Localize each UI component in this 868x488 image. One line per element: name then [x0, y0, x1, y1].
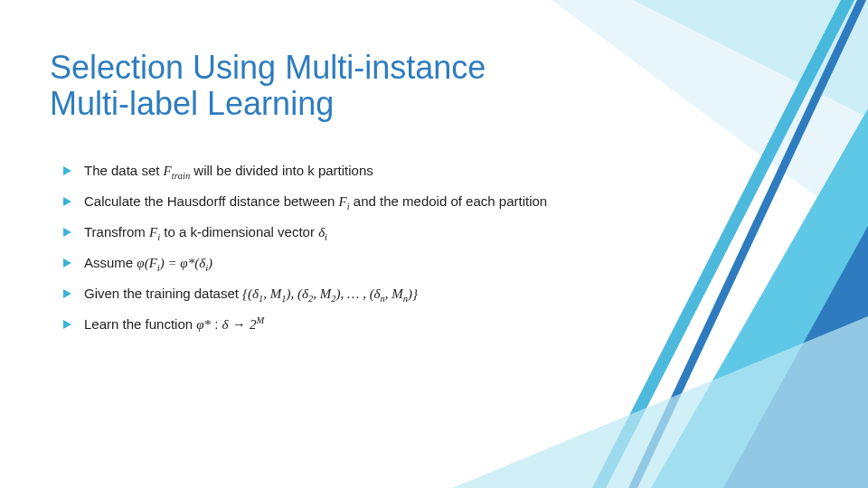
svg-marker-0: [552, 0, 868, 235]
triangle-bullet-icon: [63, 166, 71, 175]
list-item: Assume φ(Fi) = φ*(δi): [63, 255, 547, 271]
svg-marker-2: [592, 0, 854, 488]
triangle-bullet-icon: [63, 228, 71, 237]
slide-title: Selection Using Multi-instance Multi-lab…: [50, 50, 520, 121]
list-item: Given the training dataset {(δ1, M1), (δ…: [63, 286, 547, 302]
list-item-text: Learn the function φ* : δ → 2M: [84, 316, 264, 333]
list-item: Transfrom Fi to a k-dimensional vector δ…: [63, 224, 547, 240]
list-item-text: Given the training dataset {(δ1, M1), (δ…: [84, 286, 418, 302]
list-item-text: Calculate the Hausdorff distance between…: [84, 193, 547, 210]
slide: Selection Using Multi-instance Multi-lab…: [0, 0, 868, 488]
triangle-bullet-icon: [63, 320, 71, 329]
list-item: Calculate the Hausdorff distance between…: [63, 193, 547, 210]
triangle-bullet-icon: [63, 197, 71, 206]
list-item-text: The data set Ftrain will be divided into…: [84, 163, 373, 179]
list-item-text: Transfrom Fi to a k-dimensional vector δ…: [84, 224, 327, 240]
triangle-bullet-icon: [63, 258, 71, 267]
list-item: The data set Ftrain will be divided into…: [63, 163, 547, 179]
svg-marker-5: [723, 226, 868, 488]
svg-marker-4: [651, 108, 868, 488]
list-item-text: Assume φ(Fi) = φ*(δi): [84, 255, 212, 271]
svg-marker-3: [628, 0, 866, 488]
triangle-bullet-icon: [63, 289, 71, 298]
svg-marker-1: [633, 0, 868, 117]
bullet-list: The data set Ftrain will be divided into…: [63, 163, 547, 347]
list-item: Learn the function φ* : δ → 2M: [63, 316, 547, 333]
